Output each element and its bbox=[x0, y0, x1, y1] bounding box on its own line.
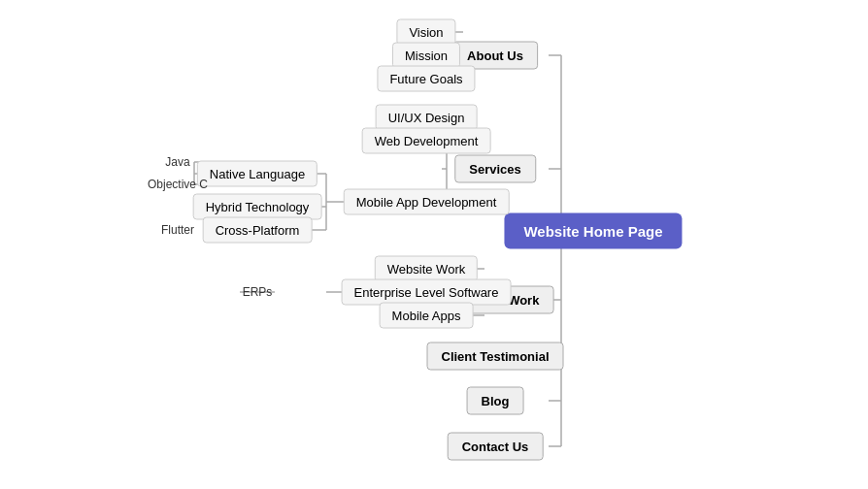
root-label: Website Home Page bbox=[504, 213, 682, 249]
contact-us-node: Contact Us bbox=[448, 433, 544, 461]
client-testimonial-node: Client Testimonial bbox=[427, 342, 564, 371]
website-work-node: Website Work bbox=[375, 256, 478, 282]
blog-label: Blog bbox=[467, 387, 524, 415]
blog-node: Blog bbox=[467, 387, 524, 415]
mobile-apps-label: Mobile Apps bbox=[380, 303, 474, 329]
flutter-label: Flutter bbox=[161, 223, 194, 237]
objective-c-node: Objective C bbox=[148, 178, 208, 191]
mobile-app-development-node: Mobile App Development bbox=[344, 189, 510, 215]
future-goals-node: Future Goals bbox=[377, 66, 475, 92]
erps-node: ERPs bbox=[243, 285, 273, 299]
java-label: Java bbox=[165, 155, 189, 169]
uiux-design-label: UI/UX Design bbox=[376, 105, 478, 131]
vision-node: Vision bbox=[396, 19, 455, 46]
hybrid-technology-node: Hybrid Technology bbox=[193, 194, 322, 220]
enterprise-level-label: Enterprise Level Software bbox=[342, 279, 512, 306]
contact-us-label: Contact Us bbox=[448, 433, 544, 461]
services-label: Services bbox=[454, 155, 536, 183]
cross-platform-label: Cross-Platform bbox=[203, 217, 313, 244]
root-node: Website Home Page bbox=[504, 213, 682, 249]
native-language-label: Native Language bbox=[197, 161, 317, 187]
mobile-app-development-label: Mobile App Development bbox=[344, 189, 510, 215]
website-work-label: Website Work bbox=[375, 256, 478, 282]
future-goals-label: Future Goals bbox=[377, 66, 475, 92]
hybrid-technology-label: Hybrid Technology bbox=[193, 194, 322, 220]
services-node: Services bbox=[454, 155, 536, 183]
mindmap-container: Website Home Page About Us Services Prev… bbox=[0, 0, 868, 489]
flutter-node: Flutter bbox=[161, 223, 194, 237]
erps-label: ERPs bbox=[243, 285, 273, 299]
native-language-node: Native Language bbox=[197, 161, 317, 187]
uiux-design-node: UI/UX Design bbox=[376, 105, 478, 131]
mission-node: Mission bbox=[392, 43, 460, 69]
enterprise-level-node: Enterprise Level Software bbox=[342, 279, 512, 306]
mobile-apps-node: Mobile Apps bbox=[380, 303, 474, 329]
client-testimonial-label: Client Testimonial bbox=[427, 342, 564, 371]
cross-platform-node: Cross-Platform bbox=[203, 217, 313, 244]
web-development-node: Web Development bbox=[362, 128, 491, 154]
mission-label: Mission bbox=[392, 43, 460, 69]
vision-label: Vision bbox=[396, 19, 455, 46]
java-node: Java bbox=[165, 155, 189, 169]
web-development-label: Web Development bbox=[362, 128, 491, 154]
objective-c-label: Objective C bbox=[148, 178, 208, 191]
